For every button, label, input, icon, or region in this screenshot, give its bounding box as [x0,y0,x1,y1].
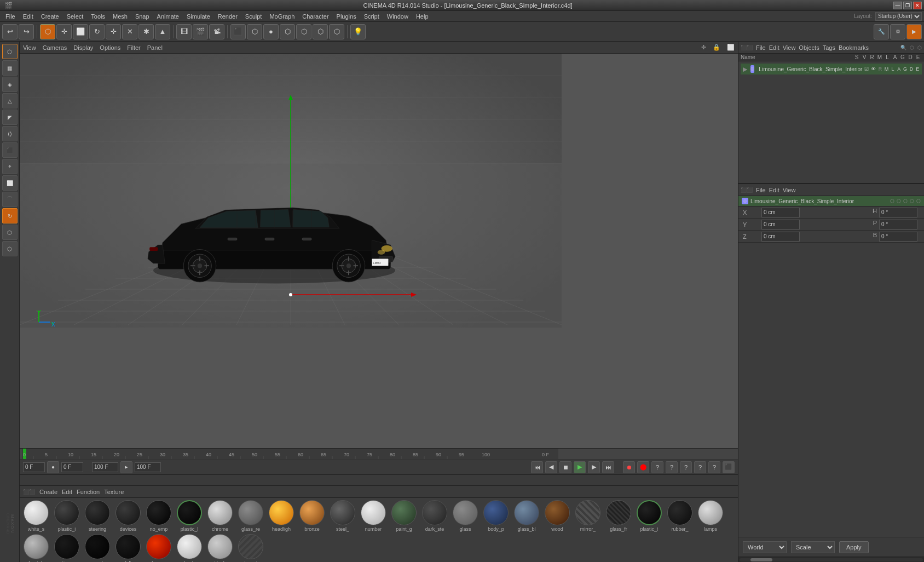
attr-file[interactable]: File [756,187,766,193]
vp-options[interactable]: Options [100,44,120,51]
attr-h-input[interactable] [879,208,917,217]
mat-speedo[interactable]: speedo [83,534,112,562]
mat-glass-bl[interactable]: glass_bl [512,500,541,532]
menu-render[interactable]: Render [215,12,241,21]
mat-mirror[interactable]: mirror_ [574,500,602,532]
close-button[interactable]: ✕ [913,2,922,9]
lasso-tool[interactable]: ⌒ [2,192,18,207]
mat-bronze[interactable]: bronze [298,500,326,532]
end-frame-input[interactable] [135,462,161,472]
mat-white-s[interactable]: white_s [22,500,50,532]
model-mode-button[interactable]: ⬡ [40,24,55,39]
transport-btn3[interactable]: ? [680,461,692,473]
obj-objects[interactable]: Objects [799,44,819,51]
mat-lamps[interactable]: lamps [696,500,725,532]
vp-panel[interactable]: Panel [147,44,163,51]
attr-y-input[interactable] [761,220,800,230]
mat-no-emp[interactable]: no_emp [145,500,173,532]
magnet-tool[interactable]: ⬡ [2,241,18,256]
redo-button[interactable]: ↪ [19,24,34,39]
mat-paint-g[interactable]: paint_g [390,500,418,532]
add-button[interactable]: ✛ [106,24,121,39]
film-prev-button[interactable]: 🎞 [176,24,192,39]
menu-simulate[interactable]: Simulate [183,12,213,21]
dummy-btn[interactable]: ▸ [120,461,132,473]
edges-tool[interactable]: ⟨⟩ [2,126,18,141]
start-frame-input[interactable] [92,462,118,472]
render-settings-btn[interactable]: ⚙ [890,24,905,39]
poly-tool[interactable]: ⬛ [2,142,18,158]
rotate-tool-button[interactable]: ↻ [89,24,105,39]
scroll-thumb[interactable] [750,558,772,561]
attr-x-input[interactable] [761,208,800,217]
attr-b-input[interactable] [879,232,917,242]
mat-create[interactable]: Create [39,489,57,495]
film2-button[interactable]: 📽 [209,24,224,39]
menu-help[interactable]: Help [413,12,432,21]
obj-col-r-val[interactable]: R [878,66,882,72]
menu-snap[interactable]: Snap [132,12,153,21]
next-btn[interactable]: ▶ [588,461,600,473]
apply-button[interactable]: Apply [839,541,869,553]
attr-z-input[interactable] [761,232,800,242]
transport-btn4[interactable]: ? [694,461,706,473]
mat-function[interactable]: Function [77,489,100,495]
mat-plastic-i[interactable]: plastic_i [53,500,81,532]
mat-front-h[interactable]: front_h [22,534,50,562]
menu-animate[interactable]: Animate [154,12,182,21]
obj-col-a-val[interactable]: A [897,66,901,72]
transport-btn5[interactable]: ? [708,461,720,473]
mat-tires[interactable]: tires [53,534,81,562]
obj-col-l-val[interactable]: L [891,66,894,72]
texture-tool[interactable]: ▦ [2,60,18,76]
mat-rubber[interactable]: rubber_ [666,500,694,532]
rect-select-tool[interactable]: ⬜ [2,175,18,191]
mat-side-he[interactable]: side_he [206,534,234,562]
knife-tool[interactable]: ⬡ [2,225,18,240]
mat-glass-fr[interactable]: glass_fr [604,500,633,532]
menu-script[interactable]: Script [361,12,383,21]
mat-headligh[interactable]: headligh [267,500,296,532]
sweep-button[interactable]: ⬡ [247,24,262,39]
vp-view[interactable]: View [23,44,36,51]
restore-button[interactable]: ❐ [903,2,912,9]
mat-felt[interactable]: felt [114,534,142,562]
transport-btn1[interactable]: ? [651,461,663,473]
paint-tool[interactable]: ◈ [2,77,18,92]
timeline-ruler[interactable]: 0 5 10 15 20 25 30 35 40 45 50 55 60 65 [20,449,738,460]
vp-cameras[interactable]: Cameras [43,44,67,51]
mat-wheel-c[interactable]: wheel_c [175,534,204,562]
right-scrollbar[interactable] [738,557,924,562]
minimize-button[interactable]: — [893,2,902,9]
light-button[interactable]: ⬡ [329,24,344,39]
menu-mograph[interactable]: MoGraph [266,12,298,21]
menu-character[interactable]: Character [299,12,332,21]
obj-col-v-val[interactable]: 👁 [871,66,876,72]
obj-file[interactable]: File [756,44,766,51]
menu-select[interactable]: Select [63,12,87,21]
viewport[interactable]: View Cameras Display Options Filter Pane… [20,42,738,448]
vp-filter[interactable]: Filter [127,44,140,51]
record-btn[interactable]: ⏺ [623,461,635,473]
camera2-button[interactable]: ⬡ [313,24,328,39]
obj-tags[interactable]: Tags [823,44,835,51]
sculpt-tool[interactable]: △ [2,93,18,108]
obj-edit[interactable]: Edit [769,44,779,51]
obj-col-m-val[interactable]: M [885,66,889,72]
menu-create[interactable]: Create [38,12,62,21]
menu-edit[interactable]: Edit [20,12,37,21]
mat-dark-ste[interactable]: dark_ste [420,500,449,532]
vp-display[interactable]: Display [73,44,93,51]
obj-col-e-val[interactable]: E [916,66,920,72]
cube-button[interactable]: ⬛ [230,24,246,39]
menu-file[interactable]: File [2,12,19,21]
nurbs-button[interactable]: ● [263,24,279,39]
scroll-track[interactable] [740,558,923,561]
menu-mesh[interactable]: Mesh [109,12,131,21]
stop-btn[interactable]: ⏹ [559,461,571,473]
mat-number[interactable]: number [359,500,388,532]
mat-glass-io[interactable]: glass_io [236,534,265,562]
move-tool-button[interactable]: ✛ [56,24,72,39]
next-btn2[interactable]: ⏭ [602,461,614,473]
mat-plastic-l[interactable]: plastic_l [175,500,204,532]
